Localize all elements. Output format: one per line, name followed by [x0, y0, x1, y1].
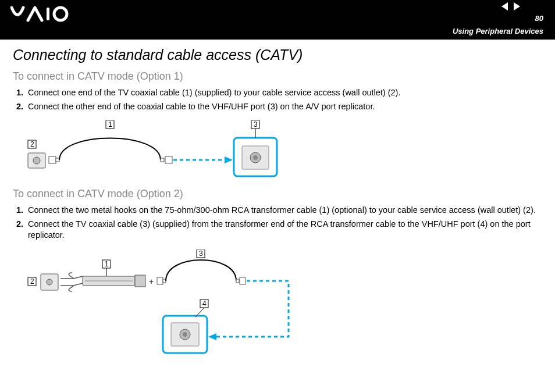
svg-rect-0: [47, 8, 49, 20]
nav-arrows: [501, 2, 520, 10]
option2-steps: Connect the two metal hooks on the 75-oh…: [13, 205, 542, 241]
option1-steps: Connect one end of the TV coaxial cable …: [13, 87, 542, 112]
svg-rect-26: [157, 277, 163, 284]
vaio-logo: [10, 6, 80, 23]
step-item: Connect the TV coaxial cable (3) (suppli…: [26, 219, 542, 241]
svg-point-1: [54, 8, 67, 20]
svg-rect-29: [236, 279, 239, 283]
callout-label: 2: [30, 277, 34, 286]
svg-point-20: [47, 279, 52, 285]
page-title: Connecting to standard cable access (CAT…: [13, 47, 542, 63]
callout-label: 4: [202, 300, 207, 308]
callout-label: 1: [105, 260, 109, 268]
svg-marker-31: [208, 333, 216, 340]
callout-label: 3: [199, 250, 203, 258]
callout-label: 3: [254, 120, 258, 129]
option2-heading: To connect in CATV mode (Option 2): [13, 188, 542, 200]
next-page-arrow-icon[interactable]: [514, 2, 520, 10]
callout-label: 2: [30, 140, 34, 148]
prev-page-arrow-icon[interactable]: [501, 2, 508, 10]
plus-icon: +: [149, 277, 154, 286]
svg-rect-8: [161, 158, 164, 162]
option1-heading: To connect in CATV mode (Option 1): [13, 70, 542, 83]
page-content: Connecting to standard cable access (CAT…: [0, 40, 555, 364]
svg-point-4: [33, 157, 40, 164]
svg-marker-11: [225, 156, 233, 163]
svg-rect-30: [240, 277, 246, 284]
svg-rect-25: [135, 275, 145, 287]
svg-point-15: [253, 155, 258, 160]
header-bar: 80 Using Peripheral Devices: [0, 0, 555, 40]
step-item: Connect the two metal hooks on the 75-oh…: [26, 205, 542, 216]
svg-rect-9: [165, 156, 172, 163]
svg-rect-5: [49, 156, 56, 163]
diagram-option2: 2 1 + 3 4: [27, 250, 306, 354]
callout-label: 1: [108, 120, 112, 129]
step-item: Connect the other end of the coaxial cab…: [26, 101, 542, 113]
page-number: 80: [535, 14, 543, 23]
section-title: Using Peripheral Devices: [453, 27, 543, 35]
step-item: Connect one end of the TV coaxial cable …: [26, 87, 542, 99]
diagram-option1: 2 1 3: [27, 120, 300, 179]
svg-point-35: [183, 332, 187, 337]
